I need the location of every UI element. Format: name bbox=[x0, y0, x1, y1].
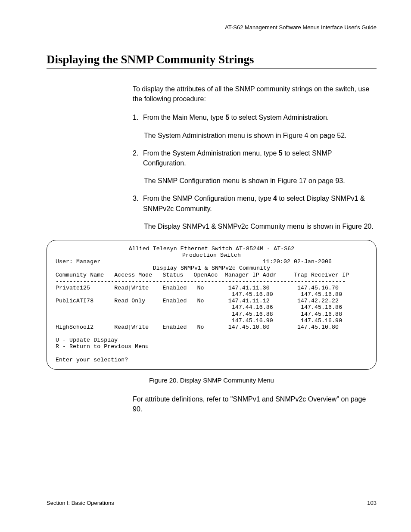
menu-divider: ----------------------------------------… bbox=[56, 278, 367, 285]
step-key: 4 bbox=[273, 195, 277, 202]
menu-title-1: Allied Telesyn Ethernet Switch AT-8524M … bbox=[56, 246, 367, 252]
menu-row: 147.45.16.88 147.45.16.88 bbox=[56, 311, 367, 317]
step-text: From the Main Menu, type bbox=[143, 114, 225, 121]
doc-header: AT-S62 Management Software Menus Interfa… bbox=[47, 24, 377, 31]
menu-user-row: User: Manager 11:20:02 02-Jan-2006 bbox=[56, 258, 367, 265]
intro-paragraph: To display the attributes of all the SNM… bbox=[133, 84, 377, 104]
menu-row: HighSchool2 Read|Write Enabled No 147.45… bbox=[56, 324, 367, 330]
step-number: 3. bbox=[133, 193, 143, 203]
step-text: From the SNMP Configuration menu, type bbox=[143, 195, 273, 202]
step-followup: The SNMP Configuration menu is shown in … bbox=[144, 176, 377, 186]
menu-title-2: Production Switch bbox=[56, 252, 367, 258]
step-key: 5 bbox=[225, 114, 229, 121]
footer-page-number: 103 bbox=[367, 500, 377, 506]
step-2: 2.From the System Administration menu, t… bbox=[133, 148, 377, 186]
step-followup: The Display SNMPv1 & SNMPv2c Community m… bbox=[144, 221, 377, 231]
menu-row: 147.45.16.80 147.45.16.80 bbox=[56, 291, 367, 298]
step-text-post: to select System Administration. bbox=[229, 114, 329, 121]
menu-option-u: U - Update Display bbox=[56, 337, 367, 343]
section-title: Displaying the SNMP Community Strings bbox=[47, 53, 377, 66]
menu-display: Allied Telesyn Ethernet Switch AT-8524M … bbox=[47, 240, 377, 370]
closing-text: For attribute definitions, refer to "SNM… bbox=[133, 394, 377, 414]
figure-caption: Figure 20. Display SNMP Community Menu bbox=[47, 376, 377, 384]
step-3: 3.From the SNMP Configuration menu, type… bbox=[133, 193, 377, 231]
menu-timestamp: 11:20:02 02-Jan-2006 bbox=[263, 258, 332, 265]
page-footer: Section I: Basic Operations 103 bbox=[47, 500, 377, 506]
menu-prompt: Enter your selection? bbox=[56, 357, 367, 363]
step-number: 2. bbox=[133, 148, 143, 158]
footer-left: Section I: Basic Operations bbox=[47, 500, 114, 506]
step-text: From the System Administration menu, typ… bbox=[143, 149, 279, 157]
menu-row: PublicATI78 Read Only Enabled No 147.41.… bbox=[56, 298, 367, 304]
menu-row: 147.44.16.86 147.45.16.86 bbox=[56, 304, 367, 311]
menu-row: Private125 Read|Write Enabled No 147.41.… bbox=[56, 285, 367, 291]
step-key: 5 bbox=[279, 149, 283, 157]
title-divider bbox=[47, 68, 377, 68]
menu-columns: Community Name Access Mode Status OpenAc… bbox=[56, 272, 367, 278]
step-1: 1.From the Main Menu, type 5 to select S… bbox=[133, 112, 377, 140]
menu-option-r: R - Return to Previous Menu bbox=[56, 343, 367, 350]
step-number: 1. bbox=[133, 112, 143, 122]
step-followup: The System Administration menu is shown … bbox=[144, 131, 377, 140]
menu-row: 147.45.16.90 147.45.16.90 bbox=[56, 317, 367, 324]
menu-subtitle: Display SNMPv1 & SNMPv2c Community bbox=[56, 265, 367, 271]
procedure-steps: 1.From the Main Menu, type 5 to select S… bbox=[133, 112, 377, 231]
menu-user: User: Manager bbox=[56, 258, 100, 265]
